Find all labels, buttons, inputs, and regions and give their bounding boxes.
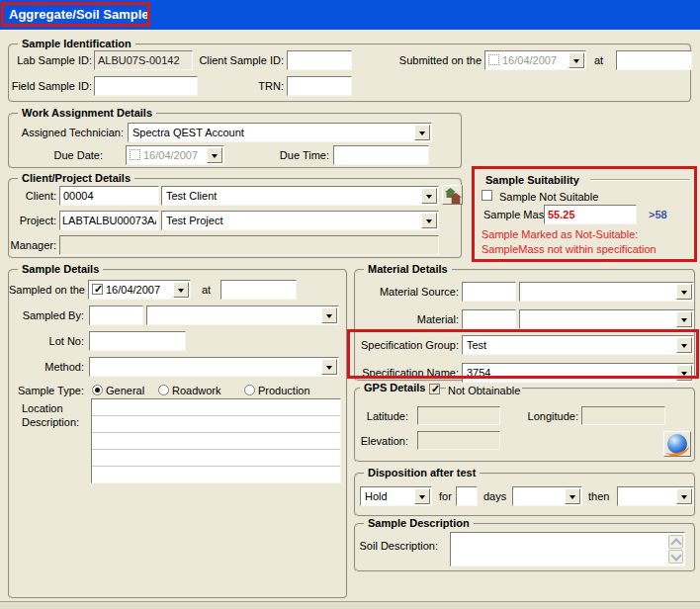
sampled-on-date-picker[interactable]: 16/04/2007 [88, 280, 191, 300]
specification-name-label: Specification Name: [354, 367, 459, 379]
longitude-field [581, 406, 665, 425]
chevron-down-icon[interactable] [173, 282, 189, 298]
chevron-down-icon[interactable] [569, 52, 584, 68]
due-date-value: 16/04/2007 [143, 149, 198, 161]
sampled-by-code-field[interactable] [89, 305, 143, 325]
submitted-at-label: at [594, 54, 603, 66]
assigned-technician-select[interactable]: Spectra QEST Account [128, 123, 432, 142]
submitted-time-field[interactable] [616, 50, 692, 70]
due-date-checkbox[interactable] [130, 149, 140, 160]
group-title-sample-details: Sample Details [18, 263, 103, 275]
lab-sample-id-field[interactable] [94, 50, 193, 70]
chevron-up-icon [670, 538, 681, 549]
submitted-on-label: Submitted on the [391, 54, 481, 66]
chevron-down-icon[interactable] [421, 213, 437, 228]
assigned-technician-label: Assigned Technician: [8, 127, 124, 138]
specification-group-select[interactable]: Test [462, 335, 694, 355]
disposition-for-label: for [439, 490, 452, 502]
scroll-up-button[interactable] [668, 535, 683, 549]
project-code-field[interactable] [59, 211, 159, 230]
submitted-on-date-value: 16/04/2007 [502, 54, 557, 66]
assigned-technician-value: Spectra QEST Account [132, 127, 244, 138]
group-title-sample-identification: Sample Identification [18, 38, 135, 49]
trn-field[interactable] [287, 76, 352, 96]
due-time-field[interactable] [333, 145, 429, 165]
sample-type-radio-roadwork[interactable] [158, 385, 169, 395]
material-select[interactable] [519, 309, 694, 329]
sampled-by-label: Sampled By: [8, 309, 84, 321]
disposition-days-field[interactable] [456, 486, 478, 506]
sample-mass-label: Sample Mass: [483, 209, 553, 220]
sample-type-label: Sample Type: [8, 385, 84, 396]
client-sample-id-field[interactable] [287, 50, 352, 70]
material-source-code-field[interactable] [462, 282, 516, 302]
specification-name-select[interactable]: 3754 [462, 363, 694, 383]
due-date-label: Due Date: [8, 149, 103, 161]
gps-map-button[interactable] [663, 431, 691, 457]
disposition-then-select[interactable] [617, 486, 694, 506]
submitted-on-date-checkbox[interactable] [488, 54, 499, 65]
sample-type-option-general: General [106, 385, 144, 396]
latitude-label: Latitude: [354, 410, 408, 422]
field-sample-id-label: Field Sample ID: [8, 80, 92, 92]
chevron-down-icon[interactable] [321, 359, 337, 375]
chevron-down-icon[interactable] [321, 307, 337, 323]
location-description-label-line1: Location [22, 402, 63, 414]
sampled-on-date-value: 16/04/2007 [106, 284, 160, 296]
gps-not-obtainable-label: Not Obtainable [446, 385, 522, 396]
sample-type-radio-general[interactable] [92, 385, 103, 395]
manager-label: Manager: [8, 239, 56, 251]
client-sample-id-label: Client Sample ID: [193, 54, 284, 66]
lab-sample-id-label: Lab Sample ID: [8, 54, 92, 66]
submitted-on-date-picker[interactable]: 16/04/2007 [484, 50, 586, 70]
chevron-down-icon[interactable] [676, 337, 692, 353]
gps-not-obtainable-checkbox[interactable] [429, 384, 440, 394]
soil-description-field[interactable] [450, 532, 685, 566]
due-time-label: Due Time: [237, 149, 329, 161]
disposition-action-select[interactable]: Hold [360, 486, 432, 506]
group-title-material-details: Material Details [364, 263, 452, 275]
elevation-label: Elevation: [354, 435, 408, 447]
scroll-down-button[interactable] [668, 550, 683, 564]
group-title-disposition: Disposition after test [364, 467, 480, 478]
material-code-field[interactable] [462, 309, 516, 329]
sampled-by-select[interactable] [146, 305, 339, 325]
client-code-field[interactable] [59, 186, 159, 206]
lot-no-field[interactable] [89, 331, 186, 351]
window-title: Aggregate/Soil Sample [9, 7, 149, 22]
chevron-down-icon[interactable] [676, 365, 692, 381]
sample-mass-limit: >58 [649, 209, 667, 220]
chevron-down-icon[interactable] [207, 147, 222, 163]
client-name-select[interactable]: Test Client [161, 186, 439, 206]
sampled-time-field[interactable] [220, 280, 297, 300]
project-name-select[interactable]: Test Project [161, 211, 439, 230]
disposition-period-select[interactable] [512, 486, 582, 506]
material-source-select[interactable] [519, 282, 694, 302]
group-title-gps-details: GPS Details [360, 382, 429, 393]
chevron-down-icon[interactable] [421, 188, 437, 204]
chevron-down-icon[interactable] [565, 488, 580, 504]
chevron-down-icon[interactable] [414, 125, 430, 140]
field-sample-id-field[interactable] [94, 76, 198, 96]
sample-mass-field[interactable] [544, 205, 637, 224]
trn-label: TRN: [193, 80, 284, 92]
client-name-value: Test Client [166, 190, 217, 202]
chevron-down-icon[interactable] [676, 284, 692, 300]
due-date-picker[interactable]: 16/04/2007 [126, 145, 224, 165]
disposition-then-label: then [588, 490, 609, 502]
disposition-days-label: days [483, 490, 506, 502]
sample-type-radio-production[interactable] [244, 385, 255, 395]
chevron-down-icon[interactable] [414, 488, 430, 504]
suitability-warning-line2: SampleMass not within specification [481, 243, 656, 255]
chevron-down-icon[interactable] [676, 488, 692, 504]
sampled-on-date-checkbox[interactable] [92, 284, 103, 295]
client-lookup-button[interactable] [442, 185, 463, 205]
group-title-sample-suitability: Sample Suitability [481, 174, 583, 186]
group-title-sample-description: Sample Description [364, 517, 474, 529]
sample-not-suitable-checkbox[interactable] [481, 190, 492, 201]
method-select[interactable] [89, 357, 339, 377]
chevron-down-icon[interactable] [676, 311, 692, 327]
specification-name-value: 3754 [467, 367, 490, 379]
location-description-field[interactable] [91, 398, 341, 483]
group-title-client-project: Client/Project Details [18, 172, 134, 184]
